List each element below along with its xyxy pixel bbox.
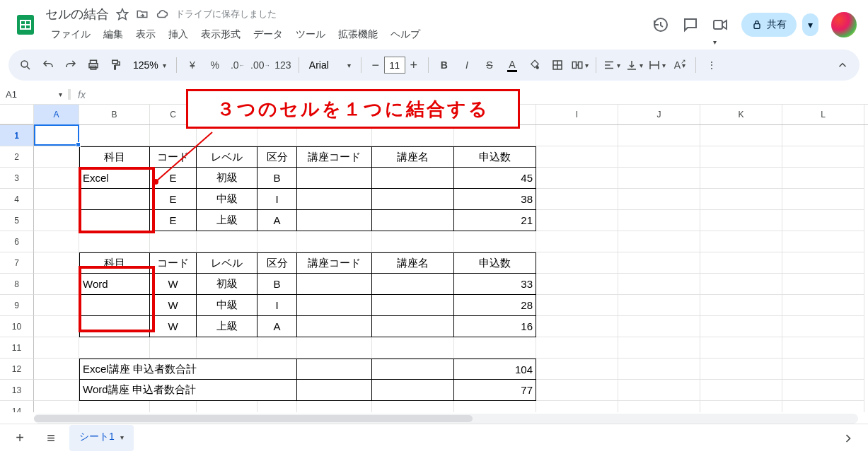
doc-title[interactable]: セルの結合 (45, 6, 109, 23)
col-header-A[interactable]: A (34, 105, 79, 124)
cell[interactable]: 科目 (79, 252, 150, 274)
sheets-logo[interactable] (11, 11, 40, 39)
undo-button[interactable] (38, 54, 58, 76)
cell[interactable]: 38 (454, 189, 536, 210)
cell-code[interactable]: コード (150, 146, 197, 168)
cell[interactable] (700, 189, 782, 210)
cell[interactable] (536, 401, 618, 412)
v-align-button[interactable]: ▾ (625, 54, 644, 76)
cell[interactable]: 上級 (197, 316, 257, 337)
cell[interactable]: 初級 (197, 168, 257, 189)
cell[interactable] (297, 401, 372, 412)
cell[interactable]: E (150, 168, 197, 189)
cell[interactable] (618, 189, 700, 210)
cell[interactable] (536, 168, 618, 189)
menu-insert[interactable]: 挿入 (163, 25, 194, 44)
cell[interactable] (782, 401, 864, 412)
menu-extensions[interactable]: 拡張機能 (332, 25, 383, 44)
cell[interactable] (618, 146, 700, 168)
cloud-status-icon[interactable] (156, 8, 168, 21)
redo-button[interactable] (61, 54, 81, 76)
row-header-7[interactable]: 7 (0, 252, 34, 274)
meet-icon[interactable]: ▾ (712, 16, 729, 33)
cell[interactable] (536, 189, 618, 210)
cell[interactable]: B (257, 274, 297, 295)
cell[interactable] (372, 380, 454, 401)
row-header-8[interactable]: 8 (0, 274, 34, 295)
cell[interactable] (150, 231, 197, 252)
borders-button[interactable] (548, 54, 567, 76)
cell[interactable]: コード (150, 252, 197, 274)
cell[interactable] (618, 125, 700, 146)
cell-A1[interactable] (34, 125, 79, 146)
cell-excel-total[interactable]: 104 (454, 359, 536, 380)
font-size-input[interactable] (384, 57, 405, 74)
cell[interactable] (536, 231, 618, 252)
text-rotation-button[interactable]: A↗▾ (670, 54, 690, 76)
row-header-1[interactable]: 1 (0, 125, 34, 146)
decrease-decimal-button[interactable]: .0← (228, 54, 248, 76)
col-header-K[interactable]: K (700, 105, 782, 124)
cell[interactable] (34, 231, 79, 252)
zoom-select[interactable]: 125%▾ (129, 59, 170, 71)
horizontal-scrollbar[interactable] (34, 414, 858, 424)
menu-format[interactable]: 表示形式 (195, 25, 246, 44)
cell-excel-label[interactable]: Excel (79, 168, 150, 189)
more-toolbar-button[interactable]: ⋮ (702, 54, 722, 76)
cell[interactable] (536, 252, 618, 274)
cell[interactable] (79, 210, 150, 231)
menu-edit[interactable]: 編集 (98, 25, 129, 44)
cell[interactable] (34, 274, 79, 295)
cell[interactable] (372, 316, 454, 337)
cell[interactable] (700, 359, 782, 380)
cell[interactable] (79, 189, 150, 210)
cell[interactable]: I (257, 295, 297, 316)
cell[interactable] (782, 252, 864, 274)
cell[interactable] (618, 168, 700, 189)
col-header-J[interactable]: J (618, 105, 700, 124)
cell[interactable]: B (257, 168, 297, 189)
cell[interactable] (297, 274, 372, 295)
row-header-10[interactable]: 10 (0, 316, 34, 337)
row-header-5[interactable]: 5 (0, 210, 34, 231)
cell-level[interactable]: レベル (197, 146, 257, 168)
cell[interactable] (536, 125, 618, 146)
cell[interactable] (297, 359, 372, 380)
font-size-decrease[interactable]: − (367, 57, 384, 74)
history-icon[interactable] (652, 16, 669, 33)
cell[interactable]: W (150, 316, 197, 337)
cell[interactable] (782, 380, 864, 401)
cell[interactable]: 上級 (197, 210, 257, 231)
explore-button[interactable] (835, 426, 861, 451)
cell[interactable] (782, 146, 864, 168)
cell[interactable] (197, 337, 257, 359)
cell[interactable] (257, 401, 297, 412)
cell[interactable] (34, 189, 79, 210)
cell[interactable]: 16 (454, 316, 536, 337)
merge-cells-button[interactable]: ▾ (570, 54, 590, 76)
collapse-toolbar-button[interactable] (833, 54, 852, 76)
cell[interactable] (700, 295, 782, 316)
cell[interactable]: W (150, 274, 197, 295)
bold-button[interactable]: B (434, 54, 454, 76)
cell-cname[interactable]: 講座名 (372, 146, 454, 168)
cell[interactable] (782, 359, 864, 380)
fill-color-button[interactable] (525, 54, 545, 76)
cell[interactable]: 講座コード (297, 252, 372, 274)
cell[interactable] (372, 210, 454, 231)
cell[interactable] (700, 337, 782, 359)
cell[interactable] (150, 401, 197, 412)
cell[interactable] (297, 231, 372, 252)
cell[interactable] (257, 231, 297, 252)
cell[interactable] (372, 295, 454, 316)
italic-button[interactable]: I (457, 54, 477, 76)
cell[interactable] (782, 316, 864, 337)
cell[interactable]: 中級 (197, 189, 257, 210)
cell[interactable] (782, 295, 864, 316)
cell[interactable] (34, 316, 79, 337)
cell[interactable]: A (257, 210, 297, 231)
row-header-6[interactable]: 6 (0, 231, 34, 252)
cell[interactable] (372, 189, 454, 210)
cell[interactable]: E (150, 210, 197, 231)
cell[interactable] (536, 380, 618, 401)
